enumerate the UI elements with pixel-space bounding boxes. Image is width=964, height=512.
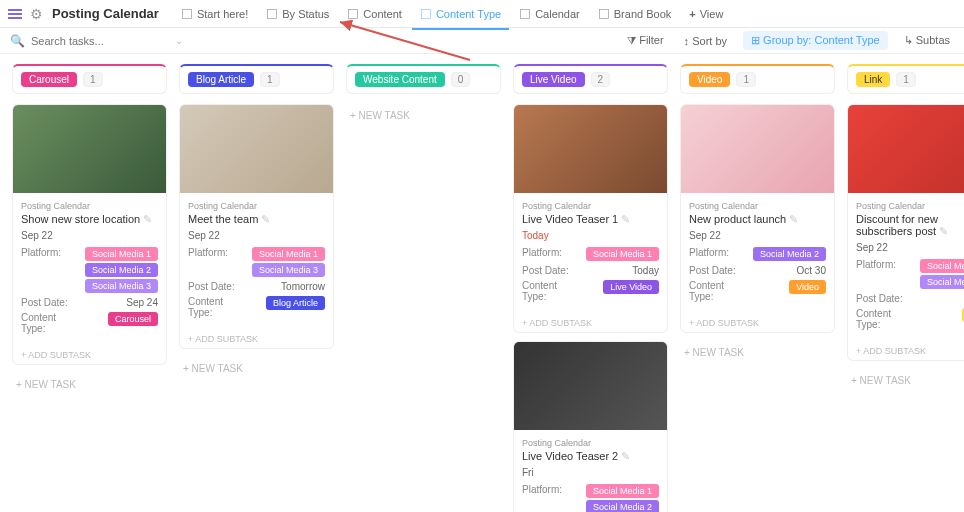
task-card[interactable]: Posting CalendarDiscount for new subscri… xyxy=(847,104,964,361)
card-image xyxy=(514,342,667,430)
column-blog-article: Blog Article1Posting CalendarMeet the te… xyxy=(179,64,334,502)
new-task-button[interactable]: + NEW TASK xyxy=(680,341,835,364)
filter-button[interactable]: ⧩ Filter xyxy=(623,32,668,49)
groupby-button[interactable]: ⊞ Group by: Content Type xyxy=(743,31,888,50)
search-input[interactable] xyxy=(31,35,169,47)
column-count: 1 xyxy=(896,72,916,87)
column-header[interactable]: Video1 xyxy=(680,64,835,94)
new-task-button[interactable]: + NEW TASK xyxy=(847,369,964,392)
tab-content[interactable]: Content xyxy=(339,4,410,24)
card-title: Show new store location ✎ xyxy=(21,213,158,226)
platform-label: Platform: xyxy=(21,247,71,258)
post-date-value: Tomorrow xyxy=(246,281,325,292)
post-date-label: Post Date: xyxy=(689,265,739,276)
tag-social-media-1: Social Media 1 xyxy=(920,259,964,273)
platform-tags: Social Media 1Social Media 3 xyxy=(246,247,325,277)
tab-start-here-[interactable]: Start here! xyxy=(173,4,256,24)
card-image xyxy=(13,105,166,193)
svg-rect-0 xyxy=(182,9,191,18)
platform-tags: Social Media 1Social Media 2 xyxy=(580,484,659,512)
content-type-value: Live Video xyxy=(580,280,659,294)
topbar: ⚙ Posting Calendar Start here!By StatusC… xyxy=(0,0,964,28)
card-image xyxy=(681,105,834,193)
tag-social-media-1: Social Media 1 xyxy=(586,247,659,261)
platform-label: Platform: xyxy=(522,247,572,258)
column-header[interactable]: Blog Article1 xyxy=(179,64,334,94)
card-image xyxy=(848,105,964,193)
card-list-name: Posting Calendar xyxy=(21,201,158,211)
card-due-date: Sep 22 xyxy=(188,230,325,241)
new-task-button[interactable]: + NEW TASK xyxy=(179,357,334,380)
task-card[interactable]: Posting CalendarMeet the team ✎Sep 22Pla… xyxy=(179,104,334,349)
svg-rect-2 xyxy=(349,9,358,18)
card-list-name: Posting Calendar xyxy=(856,201,964,211)
content-type-label: Content Type: xyxy=(21,312,71,334)
tab-view[interactable]: + View xyxy=(681,4,731,24)
column-count: 1 xyxy=(83,72,103,87)
workspace-title: Posting Calendar xyxy=(52,6,159,21)
column-video: Video1Posting CalendarNew product launch… xyxy=(680,64,835,502)
card-title: New product launch ✎ xyxy=(689,213,826,226)
card-due-date: Sep 22 xyxy=(856,242,964,253)
content-type-label: Content Type: xyxy=(856,308,906,330)
add-subtask-button[interactable]: + ADD SUBTASK xyxy=(514,314,667,332)
column-header[interactable]: Website Content0 xyxy=(346,64,501,94)
column-live-video: Live Video2Posting CalendarLive Video Te… xyxy=(513,64,668,502)
platform-label: Platform: xyxy=(856,259,906,270)
post-date-value: Oct 23 xyxy=(914,293,964,304)
new-task-button[interactable]: + NEW TASK xyxy=(12,373,167,396)
card-title: Live Video Teaser 1 ✎ xyxy=(522,213,659,226)
subtasks-button[interactable]: ↳ Subtas xyxy=(900,32,954,49)
content-type-value: Carousel xyxy=(79,312,158,326)
card-due-date: Sep 22 xyxy=(689,230,826,241)
new-task-button[interactable]: + NEW TASK xyxy=(346,104,501,127)
content-type-label: Content Type: xyxy=(188,296,238,318)
platform-tags: Social Media 1Social Media 2Social Media… xyxy=(79,247,158,293)
card-title: Meet the team ✎ xyxy=(188,213,325,226)
card-list-name: Posting Calendar xyxy=(522,201,659,211)
tag-social-media-2: Social Media 2 xyxy=(753,247,826,261)
menu-icon[interactable] xyxy=(8,6,24,22)
sort-button[interactable]: ↕ Sort by xyxy=(680,33,731,49)
task-card[interactable]: Posting CalendarLive Video Teaser 2 ✎Fri… xyxy=(513,341,668,512)
card-due-date: Fri xyxy=(522,467,659,478)
card-image xyxy=(180,105,333,193)
task-card[interactable]: Posting CalendarShow new store location … xyxy=(12,104,167,365)
column-header[interactable]: Link1 xyxy=(847,64,964,94)
column-header[interactable]: Live Video2 xyxy=(513,64,668,94)
svg-rect-5 xyxy=(599,9,608,18)
add-subtask-button[interactable]: + ADD SUBTASK xyxy=(681,314,834,332)
post-date-label: Post Date: xyxy=(522,265,572,276)
tag-social-media-3: Social Media 3 xyxy=(252,263,325,277)
tag-social-media-1: Social Media 1 xyxy=(252,247,325,261)
tag-social-media-3: Social Media 3 xyxy=(85,279,158,293)
column-count: 0 xyxy=(451,72,471,87)
platform-tags: Social Media 2 xyxy=(747,247,826,261)
platform-label: Platform: xyxy=(522,484,572,495)
tab-brand-book[interactable]: Brand Book xyxy=(590,4,679,24)
card-due-date: Sep 22 xyxy=(21,230,158,241)
platform-label: Platform: xyxy=(188,247,238,258)
card-list-name: Posting Calendar xyxy=(188,201,325,211)
add-subtask-button[interactable]: + ADD SUBTASK xyxy=(13,346,166,364)
search-icon: 🔍 xyxy=(10,34,25,48)
tab-content-type[interactable]: Content Type xyxy=(412,4,509,30)
tag-social-media-2: Social Media 2 xyxy=(586,500,659,512)
post-date-label: Post Date: xyxy=(856,293,906,304)
tab-calendar[interactable]: Calendar xyxy=(511,4,588,24)
chevron-down-icon[interactable]: ⌄ xyxy=(175,35,183,46)
column-link: Link1Posting CalendarDiscount for new su… xyxy=(847,64,964,502)
gear-icon[interactable]: ⚙ xyxy=(30,6,46,22)
column-tag: Video xyxy=(689,72,730,87)
column-header[interactable]: Carousel1 xyxy=(12,64,167,94)
tab-by-status[interactable]: By Status xyxy=(258,4,337,24)
column-carousel: Carousel1Posting CalendarShow new store … xyxy=(12,64,167,502)
column-tag: Blog Article xyxy=(188,72,254,87)
svg-rect-3 xyxy=(421,10,430,19)
task-card[interactable]: Posting CalendarLive Video Teaser 1 ✎Tod… xyxy=(513,104,668,333)
column-website-content: Website Content0+ NEW TASK xyxy=(346,64,501,502)
add-subtask-button[interactable]: + ADD SUBTASK xyxy=(180,330,333,348)
task-card[interactable]: Posting CalendarNew product launch ✎Sep … xyxy=(680,104,835,333)
add-subtask-button[interactable]: + ADD SUBTASK xyxy=(848,342,964,360)
searchbar: 🔍 ⌄ ⧩ Filter ↕ Sort by ⊞ Group by: Conte… xyxy=(0,28,964,54)
